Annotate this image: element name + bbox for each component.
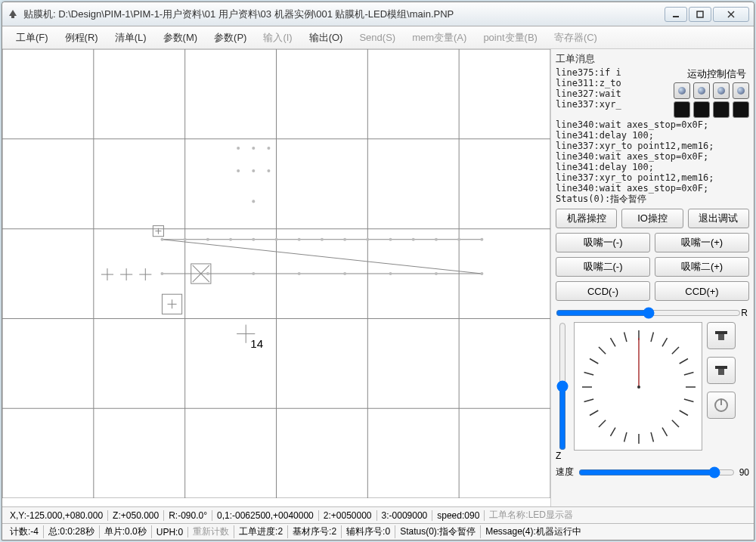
svg-line-89	[599, 347, 606, 354]
nozzle1-plus-button[interactable]: 吸嘴一(+)	[655, 233, 749, 252]
z-slider[interactable]	[556, 322, 569, 451]
status-bar-1: X,Y:-125.000,+080.000 Z:+050.000 R:-090.…	[2, 506, 754, 523]
status-total: 总:0:0:28秒	[44, 525, 100, 538]
svg-point-46	[298, 272, 301, 275]
canvas-area[interactable]: 14	[2, 49, 551, 506]
ccd-minus-button[interactable]: CCD(-)	[556, 281, 650, 301]
window-title: 贴膜机: D:\Design\PIM-1\PIM-1-用户资料\01 用户资料\…	[23, 8, 665, 21]
svg-point-35	[321, 238, 324, 241]
panel-title: 工单消息	[556, 52, 749, 66]
power-icon[interactable]	[707, 392, 736, 419]
status-r: R:-090.0°	[164, 510, 212, 521]
menu-寄存器(C): 寄存器(C)	[547, 28, 605, 48]
svg-point-23	[267, 169, 270, 172]
speed-value: 90	[739, 467, 749, 478]
rotation-dial[interactable]	[574, 322, 702, 451]
machine-control-button[interactable]: 机器操控	[556, 209, 617, 228]
speed-slider[interactable]	[578, 466, 735, 479]
svg-line-79	[651, 432, 653, 442]
io-control-button[interactable]: IO操控	[621, 209, 683, 228]
status-recount[interactable]: 重新计数	[188, 525, 234, 538]
svg-point-36	[343, 238, 346, 241]
svg-line-72	[680, 359, 688, 364]
svg-line-91	[624, 333, 627, 342]
menu-清单(L)[interactable]: 清单(L)	[107, 28, 154, 48]
status-single: 单片:0.0秒	[100, 525, 152, 538]
z-axis-label: Z	[556, 451, 561, 461]
motion-led-3	[713, 101, 730, 118]
menu-mem变量(A): mem变量(A)	[404, 28, 474, 48]
tool-icon-1[interactable]	[707, 322, 736, 349]
svg-line-77	[672, 420, 679, 427]
side-panel: 工单消息 line375:if i line311:z_to line327:w…	[551, 49, 754, 506]
motion-signal-label: 运动控制信号	[687, 67, 746, 81]
svg-line-26	[162, 240, 482, 274]
svg-point-32	[252, 238, 255, 241]
motion-led-row	[674, 82, 749, 118]
svg-point-43	[160, 272, 163, 275]
svg-point-45	[252, 272, 255, 275]
content-area: 14 工单消息 line375:if i line311:z_to line32…	[2, 49, 754, 506]
menu-参数(P)[interactable]: 参数(P)	[206, 28, 254, 48]
svg-point-18	[237, 147, 240, 150]
svg-point-41	[457, 238, 460, 241]
nozzle1-minus-button[interactable]: 吸嘴一(-)	[556, 233, 650, 252]
nozzle2-plus-button[interactable]: 吸嘴二(+)	[655, 257, 749, 277]
maximize-button[interactable]	[689, 7, 711, 22]
svg-point-21	[237, 169, 240, 172]
svg-point-47	[343, 272, 346, 275]
nozzle2-minus-button[interactable]: 吸嘴二(-)	[556, 257, 650, 277]
status-z: Z:+050.000	[108, 510, 164, 521]
status-p3: 3:-0009000	[377, 510, 433, 521]
motion-led-top-1	[674, 82, 690, 99]
svg-point-34	[298, 238, 301, 241]
cursor-label: 14	[250, 337, 263, 350]
svg-point-93	[637, 386, 640, 389]
status-progress: 工单进度:2	[234, 525, 288, 538]
minimize-button[interactable]	[665, 7, 687, 22]
log-short: line375:if i line311:z_to line327:wait l…	[556, 67, 621, 110]
svg-point-48	[389, 272, 392, 275]
svg-rect-94	[715, 331, 727, 334]
menu-参数(M)[interactable]: 参数(M)	[156, 28, 206, 48]
status-status: Status(0):指令暂停	[395, 525, 481, 538]
svg-rect-0	[11, 16, 14, 18]
status-p01: 0,1:-0062500,+0040000	[212, 510, 319, 521]
status-aux: 辅料序号:0	[342, 525, 395, 538]
menu-例程(R)[interactable]: 例程(R)	[57, 28, 106, 48]
svg-line-70	[662, 338, 668, 346]
svg-line-85	[584, 399, 594, 401]
menubar: 工单(F)例程(R)清单(L)参数(M)参数(P)输入(I)输出(O)Send(…	[2, 26, 754, 49]
status-bar-2: 计数:-4 总:0:0:28秒 单片:0.0秒 UPH:0 重新计数 工单进度:…	[2, 523, 754, 540]
svg-line-90	[611, 338, 616, 346]
svg-rect-2	[697, 11, 703, 17]
window-controls	[665, 7, 749, 22]
ccd-plus-button[interactable]: CCD(+)	[655, 281, 749, 301]
svg-rect-95	[718, 334, 724, 340]
menu-输出(O)[interactable]: 输出(O)	[302, 28, 351, 48]
app-window: 贴膜机: D:\Design\PIM-1\PIM-1-用户资料\01 用户资料\…	[2, 2, 754, 540]
r-slider[interactable]	[556, 307, 741, 319]
tool-icon-2[interactable]	[707, 357, 736, 384]
svg-point-30	[206, 238, 209, 241]
svg-line-87	[584, 373, 594, 375]
svg-rect-96	[715, 366, 727, 369]
svg-point-38	[389, 238, 392, 241]
motion-led-2	[693, 101, 710, 118]
status-uph: UPH:0	[152, 527, 188, 537]
svg-point-20	[267, 147, 270, 150]
svg-line-82	[611, 428, 616, 436]
menu-工单(F)[interactable]: 工单(F)	[8, 28, 56, 48]
svg-line-83	[599, 420, 606, 427]
close-button[interactable]	[713, 7, 749, 22]
menu-point变量(B): point变量(B)	[476, 28, 545, 48]
status-count: 计数:-4	[5, 525, 44, 538]
svg-line-81	[624, 432, 627, 442]
svg-point-40	[435, 238, 438, 241]
exit-debug-button[interactable]: 退出调试	[688, 209, 749, 228]
svg-point-31	[229, 238, 232, 241]
svg-point-28	[160, 238, 163, 241]
svg-point-29	[184, 238, 187, 241]
svg-line-78	[662, 428, 668, 436]
svg-line-88	[590, 359, 598, 364]
